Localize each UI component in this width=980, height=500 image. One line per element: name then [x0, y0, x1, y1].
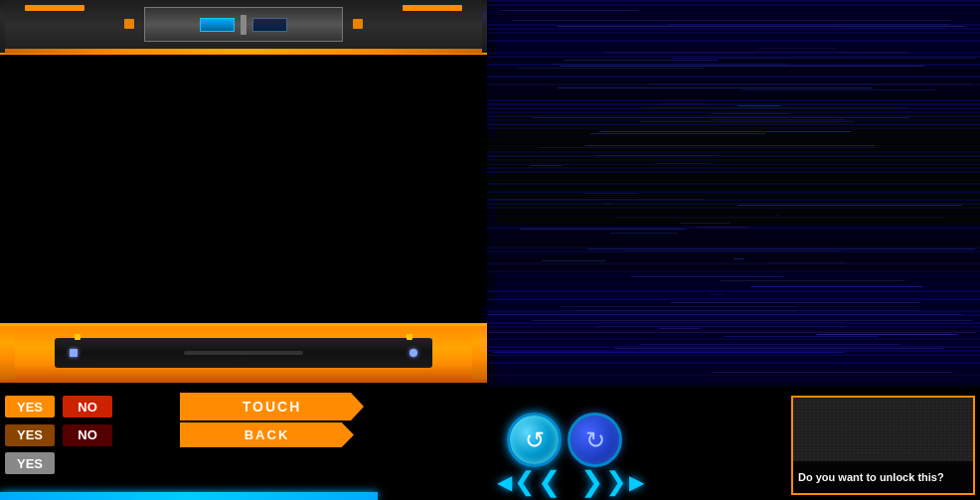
divider — [241, 15, 246, 35]
buttons-row-2: YES NO BACK — [5, 422, 354, 447]
redo-icon: ↻ — [585, 426, 605, 454]
center-module — [144, 7, 343, 42]
top-bar — [0, 0, 487, 55]
yes-button-3[interactable]: YES — [5, 452, 55, 474]
preview-noise — [793, 398, 973, 464]
yes-button-1[interactable]: YES — [5, 396, 55, 417]
left-dark-area — [0, 55, 487, 323]
buttons-row-3: YES — [5, 452, 55, 474]
right-skip-icon[interactable]: ▶ — [629, 470, 644, 494]
unlock-question: Do you want to unlock this? — [798, 471, 944, 483]
cyan-bar — [0, 492, 378, 500]
buttons-row-1: YES NO TOUCH — [5, 393, 364, 420]
vehicle-line — [184, 351, 303, 355]
orange-accent-left — [25, 5, 84, 11]
touch-button[interactable]: TOUCH — [180, 393, 364, 420]
back-button-container: BACK — [180, 422, 354, 447]
right-light — [409, 349, 417, 357]
left-arrows: ◀ ❮ ❮ — [497, 465, 561, 498]
touch-button-container: TOUCH — [180, 393, 364, 420]
accent2 — [407, 334, 412, 340]
tick1 — [124, 19, 134, 29]
right-arrow-large-icon[interactable]: ❯ — [580, 465, 603, 498]
right-arrow-icon[interactable]: ❯ — [605, 466, 627, 497]
circle-buttons-group: ↺ ↻ — [507, 413, 622, 467]
back-button[interactable]: BACK — [180, 422, 354, 447]
middle-bar — [0, 323, 487, 383]
yes-button-2[interactable]: YES — [5, 424, 55, 446]
left-arrow-icon[interactable]: ❮ — [514, 466, 536, 497]
bottom-orange-stripe — [5, 49, 482, 54]
tick2 — [353, 19, 363, 29]
left-skip-icon[interactable]: ◀ — [497, 470, 512, 494]
left-light — [70, 349, 78, 357]
right-arrows: ❯ ❯ ▶ — [580, 465, 644, 498]
nav-arrows-group: ◀ ❮ ❮ ❯ ❯ ▶ — [497, 465, 644, 498]
preview-box: Do you want to unlock this? — [791, 396, 975, 495]
blue-module — [200, 18, 235, 32]
no-button-2[interactable]: NO — [63, 424, 112, 446]
preview-text-area: Do you want to unlock this? — [793, 461, 973, 493]
undo-button[interactable]: ↺ — [507, 413, 562, 467]
undo-icon: ↺ — [525, 426, 545, 454]
orange-accent-right — [403, 5, 462, 11]
left-arrow-large-icon[interactable]: ❮ — [538, 465, 561, 498]
redo-button[interactable]: ↻ — [568, 413, 622, 467]
static-canvas — [487, 0, 980, 388]
static-display — [487, 0, 980, 388]
no-button-1[interactable]: NO — [63, 396, 112, 417]
accent1 — [75, 334, 81, 340]
preview-image — [793, 398, 973, 464]
dark-module — [252, 18, 287, 32]
left-panel: YES NO TOUCH YES NO BACK YES — [0, 0, 487, 500]
left-bottom-dark: YES NO TOUCH YES NO BACK YES — [0, 383, 487, 500]
vehicle-body — [55, 338, 432, 368]
